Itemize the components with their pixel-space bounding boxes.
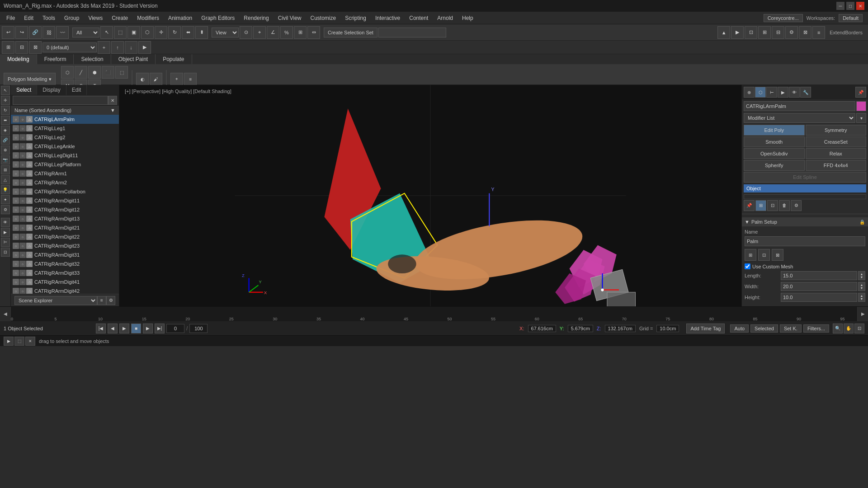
close-icon[interactable]: ✕ bbox=[25, 337, 35, 346]
menu-group[interactable]: Group bbox=[60, 13, 84, 23]
scene-item-17[interactable]: ○ ○ △ CATRigRArmDigit33 bbox=[11, 268, 119, 277]
menu-civil-view[interactable]: Civil View bbox=[274, 13, 306, 23]
menu-create[interactable]: Create bbox=[107, 13, 132, 23]
panel-list-view[interactable]: ≡ bbox=[97, 296, 106, 305]
edit-edge[interactable]: ╱ bbox=[75, 66, 87, 79]
workspace-select[interactable]: Default bbox=[839, 14, 863, 22]
select-window-button[interactable]: ▣ bbox=[127, 26, 140, 39]
mirror-button[interactable]: ⇔ bbox=[307, 26, 320, 39]
tb2-btn4[interactable]: + bbox=[98, 41, 110, 54]
edit-poly-modifier-btn[interactable]: Edit Poly bbox=[744, 125, 805, 136]
scale-button[interactable]: ⬌ bbox=[182, 26, 194, 39]
scene-item-13[interactable]: ○ ○ △ CATRigRArmDigit22 bbox=[11, 232, 119, 241]
select-object-button[interactable]: ↖ bbox=[100, 26, 113, 39]
state-mgr[interactable]: ≡ bbox=[812, 26, 825, 39]
play-anim-icon[interactable]: ▶ bbox=[4, 337, 14, 346]
menu-help[interactable]: Help bbox=[458, 13, 478, 23]
tool-shapes[interactable]: △ bbox=[1, 175, 10, 184]
palm-icon1[interactable]: ⊞ bbox=[745, 249, 756, 261]
palm-setup-lock[interactable]: 🔒 bbox=[859, 219, 865, 225]
tb2-btn1[interactable]: ⊞ bbox=[2, 41, 14, 54]
tb2-btn3[interactable]: ⊠ bbox=[29, 41, 42, 54]
select-crossing-button[interactable]: ⬡ bbox=[141, 26, 154, 39]
tool-helpers[interactable]: ⊞ bbox=[1, 165, 10, 174]
height-input[interactable] bbox=[781, 293, 857, 302]
spinner-snap[interactable]: ⊞ bbox=[294, 26, 307, 39]
menu-tools[interactable]: Tools bbox=[38, 13, 60, 23]
scene-item-7[interactable]: ○ ○ △ CATRigRArm2 bbox=[11, 178, 119, 187]
modifier-list-select[interactable]: Modifier List bbox=[744, 113, 855, 123]
scale2-button[interactable]: ⬍ bbox=[195, 26, 208, 39]
paint-deform[interactable]: 🖌 bbox=[150, 73, 162, 85]
scene-item-5[interactable]: ○ ○ △ CATRigLLegPlatform bbox=[11, 160, 119, 169]
align-tools[interactable]: ≡ bbox=[184, 73, 197, 85]
redo-button[interactable]: ↪ bbox=[15, 26, 28, 39]
create-panel-icon[interactable]: ⊕ bbox=[744, 87, 755, 98]
scene-item-9[interactable]: ○ ○ △ CATRigRArmDigit11 bbox=[11, 196, 119, 205]
display-panel-icon[interactable]: 👁 bbox=[789, 87, 800, 98]
render-frame[interactable]: ⊡ bbox=[745, 26, 757, 39]
ribbon-tab-selection[interactable]: Selection bbox=[74, 54, 111, 64]
ribbon-tab-freeform[interactable]: Freeform bbox=[37, 54, 74, 64]
close-button[interactable]: ✕ bbox=[856, 2, 864, 10]
zoom-extents-button[interactable]: ⊡ bbox=[854, 324, 864, 333]
scene-item-6[interactable]: ○ ○ △ CATRigRArm1 bbox=[11, 169, 119, 178]
ribbon-tab-object-paint[interactable]: Object Paint bbox=[111, 54, 156, 64]
edit-spline-modifier-btn[interactable]: Edit Spline bbox=[744, 172, 866, 183]
menu-arnold[interactable]: Arnold bbox=[433, 13, 458, 23]
tb2-btn6[interactable]: ↓ bbox=[125, 41, 137, 54]
tool-scale[interactable]: ⬌ bbox=[1, 116, 10, 125]
palm-setup-header[interactable]: ▼ Palm Setup 🔒 bbox=[742, 217, 868, 226]
selection-set-input[interactable] bbox=[378, 28, 446, 38]
stack-delete[interactable]: 🗑 bbox=[779, 200, 790, 211]
stack-configure[interactable]: ⚙ bbox=[791, 200, 802, 211]
timeline-right-arrow[interactable]: ▶ bbox=[857, 307, 868, 321]
filter-select[interactable]: All bbox=[72, 28, 99, 38]
maximize-button[interactable]: □ bbox=[846, 2, 854, 10]
width-input[interactable] bbox=[781, 282, 857, 291]
scene-item-16[interactable]: ○ ○ △ CATRigRArmDigit32 bbox=[11, 259, 119, 268]
minimize-button[interactable]: ─ bbox=[836, 2, 844, 10]
scene-item-11[interactable]: ○ ○ △ CATRigRArmDigit13 bbox=[11, 214, 119, 223]
scene-item-19[interactable]: ○ ○ △ CATRigRArmDigit42 bbox=[11, 286, 119, 294]
play-button[interactable]: ▶ bbox=[119, 324, 129, 333]
motion-panel-icon[interactable]: ▶ bbox=[778, 87, 788, 98]
viewport[interactable]: [+] [Perspective] [High Quality] [Defaul… bbox=[119, 85, 741, 306]
tool-create[interactable]: ⊕ bbox=[1, 145, 10, 155]
empty-icon[interactable]: ⬚ bbox=[14, 337, 24, 346]
go-to-start-button[interactable]: |◀ bbox=[96, 324, 106, 333]
menu-customize[interactable]: Customize bbox=[306, 13, 341, 23]
user-account[interactable]: Coreycontre... bbox=[764, 14, 803, 22]
panel-settings[interactable]: ⚙ bbox=[106, 296, 115, 305]
stack-show-end-result[interactable]: ⊞ bbox=[755, 200, 766, 211]
tool-display[interactable]: 👁 bbox=[1, 218, 10, 227]
crease-set-modifier-btn[interactable]: CreaseSet bbox=[806, 136, 867, 147]
layer-select[interactable]: 0 (default) bbox=[42, 42, 97, 52]
edit-element[interactable]: ⬚ bbox=[115, 66, 128, 79]
tb2-btn2[interactable]: ⊟ bbox=[15, 41, 28, 54]
pan-button[interactable]: ✋ bbox=[844, 324, 854, 333]
menu-rendering[interactable]: Rendering bbox=[239, 13, 273, 23]
soft-select[interactable]: ◐ bbox=[136, 73, 149, 85]
tool-move[interactable]: ✛ bbox=[1, 96, 10, 105]
length-spinner[interactable]: ▲ ▼ bbox=[858, 271, 865, 280]
timeline-left-arrow[interactable]: ◀ bbox=[0, 307, 11, 321]
auto-back[interactable]: ⊠ bbox=[799, 26, 811, 39]
object-color-swatch[interactable] bbox=[856, 101, 866, 111]
use-custom-mesh-checkbox[interactable] bbox=[745, 263, 750, 269]
scene-item-18[interactable]: ○ ○ △ CATRigRArmDigit41 bbox=[11, 277, 119, 286]
pivot-center[interactable]: ⊙ bbox=[240, 26, 252, 39]
tab-display[interactable]: Display bbox=[37, 85, 66, 95]
render-button[interactable]: ▶ bbox=[731, 26, 744, 39]
pin-panel-icon[interactable]: 📌 bbox=[855, 87, 866, 98]
tool-place[interactable]: ◈ bbox=[1, 126, 10, 135]
ribbon-tab-populate[interactable]: Populate bbox=[156, 54, 192, 64]
length-input[interactable] bbox=[781, 271, 857, 280]
prev-frame-button[interactable]: ◀ bbox=[108, 324, 118, 333]
utilities-panel-icon[interactable]: 🔧 bbox=[800, 87, 811, 98]
object-name-input[interactable] bbox=[744, 101, 855, 111]
tool-lights[interactable]: 💡 bbox=[1, 185, 10, 194]
scene-item-14[interactable]: ○ ○ △ CATRigRArmDigit23 bbox=[11, 241, 119, 250]
menu-file[interactable]: File bbox=[2, 13, 19, 23]
snap-toggle[interactable]: ⌖ bbox=[253, 26, 266, 39]
